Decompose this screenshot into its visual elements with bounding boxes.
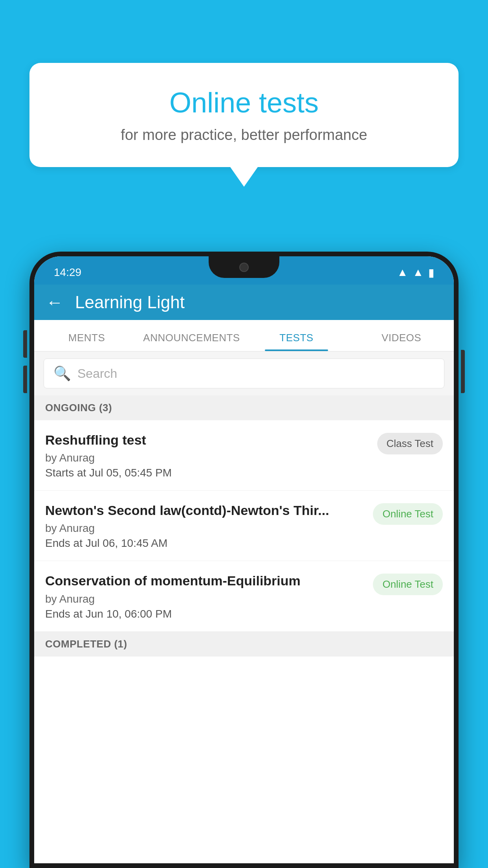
test-time: Starts at Jul 05, 05:45 PM bbox=[45, 467, 369, 479]
power-button bbox=[461, 350, 465, 393]
completed-section-header: COMPLETED (1) bbox=[34, 632, 454, 657]
phone-screen: 14:29 ▲ ▲ ▮ ← Learning Light MENTS ANNOU… bbox=[34, 256, 454, 863]
test-by: by Anurag bbox=[45, 522, 365, 535]
test-name: Conservation of momentum-Equilibrium bbox=[45, 572, 365, 589]
back-button[interactable]: ← bbox=[46, 292, 63, 312]
speech-bubble: Online tests for more practice, better p… bbox=[29, 63, 459, 167]
volume-down-button bbox=[23, 366, 27, 393]
test-by: by Anurag bbox=[45, 452, 369, 464]
phone-frame: 14:29 ▲ ▲ ▮ ← Learning Light MENTS ANNOU… bbox=[29, 252, 459, 868]
phone-notch bbox=[209, 256, 279, 278]
bubble-arrow bbox=[230, 167, 258, 187]
search-section: 🔍 Search bbox=[34, 351, 454, 395]
test-time: Ends at Jul 06, 10:45 AM bbox=[45, 537, 365, 550]
class-test-badge: Class Test bbox=[377, 433, 443, 454]
signal-icon: ▲ bbox=[413, 266, 424, 279]
test-item[interactable]: Newton's Second law(contd)-Newton's Thir… bbox=[34, 491, 454, 561]
search-bar[interactable]: 🔍 Search bbox=[44, 359, 444, 388]
wifi-icon: ▲ bbox=[397, 266, 408, 279]
online-test-badge-2: Online Test bbox=[373, 574, 443, 595]
search-input[interactable]: Search bbox=[77, 366, 117, 381]
search-icon: 🔍 bbox=[53, 365, 71, 382]
speech-bubble-section: Online tests for more practice, better p… bbox=[29, 63, 459, 187]
bubble-title: Online tests bbox=[61, 86, 427, 119]
status-icons: ▲ ▲ ▮ bbox=[397, 266, 434, 279]
tab-announcements[interactable]: ANNOUNCEMENTS bbox=[139, 332, 244, 351]
test-info: Conservation of momentum-Equilibrium by … bbox=[45, 572, 365, 620]
test-name: Reshuffling test bbox=[45, 431, 369, 449]
bubble-subtitle: for more practice, better performance bbox=[61, 127, 427, 143]
tab-tests[interactable]: TESTS bbox=[244, 332, 349, 351]
test-info: Reshuffling test by Anurag Starts at Jul… bbox=[45, 431, 369, 479]
status-time: 14:29 bbox=[54, 266, 81, 279]
online-test-badge: Online Test bbox=[373, 503, 443, 525]
test-by: by Anurag bbox=[45, 593, 365, 605]
app-header: ← Learning Light bbox=[34, 285, 454, 320]
phone-container: 14:29 ▲ ▲ ▮ ← Learning Light MENTS ANNOU… bbox=[29, 252, 459, 868]
test-name: Newton's Second law(contd)-Newton's Thir… bbox=[45, 502, 365, 519]
test-time: Ends at Jun 10, 06:00 PM bbox=[45, 608, 365, 620]
camera-dot bbox=[239, 263, 249, 272]
tab-ments[interactable]: MENTS bbox=[34, 332, 139, 351]
tabs-container: MENTS ANNOUNCEMENTS TESTS VIDEOS bbox=[34, 320, 454, 351]
app-title: Learning Light bbox=[75, 292, 185, 312]
volume-up-button bbox=[23, 330, 27, 358]
tab-videos[interactable]: VIDEOS bbox=[349, 332, 454, 351]
test-item[interactable]: Reshuffling test by Anurag Starts at Jul… bbox=[34, 420, 454, 491]
test-item[interactable]: Conservation of momentum-Equilibrium by … bbox=[34, 561, 454, 631]
ongoing-section-header: ONGOING (3) bbox=[34, 395, 454, 420]
battery-icon: ▮ bbox=[428, 266, 434, 279]
test-info: Newton's Second law(contd)-Newton's Thir… bbox=[45, 502, 365, 550]
